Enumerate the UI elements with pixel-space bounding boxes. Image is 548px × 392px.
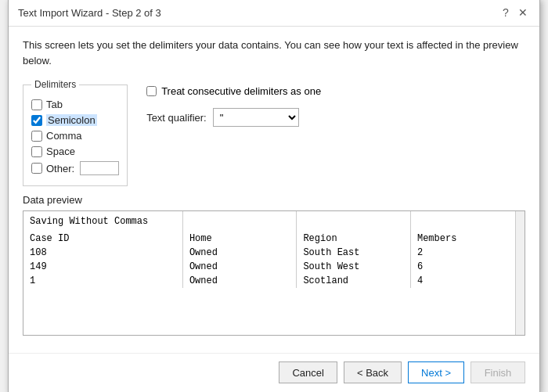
table-cell: Members [410, 232, 525, 246]
table-cell: 108 [23, 246, 182, 260]
table-cell: Owned [182, 246, 297, 260]
description-text: This screen lets you set the delimiters … [23, 38, 525, 68]
preview-table: Saving Without CommasCase IDHomeRegionMe… [23, 211, 525, 288]
data-preview-section: Data preview Saving Without CommasCase I… [23, 194, 525, 336]
dialog-container: Text Import Wizard - Step 2 of 3 ? ✕ Thi… [8, 0, 540, 392]
comma-row: Comma [31, 130, 119, 142]
finish-button: Finish [470, 361, 525, 383]
consecutive-label[interactable]: Treat consecutive delimiters as one [161, 85, 321, 97]
next-button[interactable]: Next > [408, 361, 464, 383]
back-button[interactable]: < Back [344, 361, 402, 383]
qualifier-row: Text qualifier: " ' {none} [146, 108, 321, 127]
data-preview-label: Data preview [23, 194, 525, 206]
table-cell [410, 211, 525, 228]
qualifier-select[interactable]: " ' {none} [213, 108, 299, 127]
dialog-title: Text Import Wizard - Step 2 of 3 [18, 7, 161, 19]
table-row: Saving Without Commas [23, 211, 525, 228]
table-cell: South West [297, 260, 411, 274]
footer: Cancel < Back Next > Finish [9, 353, 539, 392]
table-cell: Saving Without Commas [23, 211, 182, 228]
preview-container[interactable]: Saving Without CommasCase IDHomeRegionMe… [23, 210, 525, 336]
table-cell [182, 211, 297, 228]
table-cell: Owned [182, 260, 297, 274]
semicolon-checkbox[interactable] [31, 115, 42, 126]
comma-checkbox[interactable] [31, 131, 42, 142]
tab-label[interactable]: Tab [46, 99, 63, 110]
other-row: Other: [31, 161, 119, 175]
table-row: 1OwnedScotland4 [23, 274, 525, 288]
qualifier-label: Text qualifier: [146, 112, 207, 124]
consecutive-row: Treat consecutive delimiters as one [146, 85, 321, 97]
title-bar: Text Import Wizard - Step 2 of 3 ? ✕ [9, 0, 539, 27]
semicolon-row: Semicolon [31, 114, 119, 126]
table-cell: 4 [410, 274, 525, 288]
table-cell: South East [297, 246, 411, 260]
table-cell: 149 [23, 260, 182, 274]
consecutive-checkbox[interactable] [146, 86, 157, 96]
cancel-button[interactable]: Cancel [279, 361, 337, 383]
space-row: Space [31, 146, 119, 157]
table-cell: Home [182, 232, 297, 246]
title-bar-left: Text Import Wizard - Step 2 of 3 [18, 7, 161, 19]
help-button[interactable]: ? [499, 5, 513, 20]
title-bar-controls: ? ✕ [499, 5, 530, 20]
space-label[interactable]: Space [46, 146, 75, 157]
scrollbar[interactable] [515, 211, 525, 335]
delimiters-group: Delimiters Tab Semicolon Comma Space [23, 79, 128, 186]
right-options: Treat consecutive delimiters as one Text… [146, 79, 321, 186]
table-cell: 2 [410, 246, 525, 260]
comma-label[interactable]: Comma [46, 130, 82, 142]
other-input[interactable] [80, 161, 119, 175]
table-cell: Scotland [297, 274, 411, 288]
space-checkbox[interactable] [31, 146, 42, 157]
table-cell: 6 [410, 260, 525, 274]
tab-checkbox[interactable] [31, 99, 42, 110]
semicolon-label[interactable]: Semicolon [46, 114, 97, 126]
close-button[interactable]: ✕ [516, 5, 530, 20]
table-cell: Owned [182, 274, 297, 288]
table-cell: Case ID [23, 232, 182, 246]
table-cell [297, 211, 411, 228]
other-label[interactable]: Other: [46, 163, 74, 174]
other-checkbox[interactable] [31, 163, 42, 174]
dialog-content: This screen lets you set the delimiters … [9, 27, 539, 347]
table-row: Case IDHomeRegionMembers [23, 232, 525, 246]
tab-row: Tab [31, 99, 119, 110]
main-area: Delimiters Tab Semicolon Comma Space [23, 79, 525, 186]
table-cell: 1 [23, 274, 182, 288]
delimiters-legend: Delimiters [31, 79, 79, 90]
table-row: 149OwnedSouth West6 [23, 260, 525, 274]
table-cell: Region [297, 232, 411, 246]
table-row: 108OwnedSouth East2 [23, 246, 525, 260]
